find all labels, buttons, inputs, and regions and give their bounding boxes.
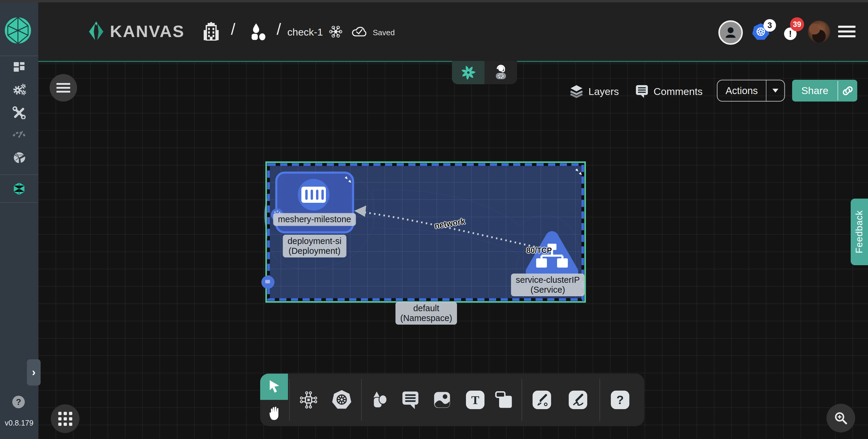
kubernetes-icon (331, 389, 352, 410)
design-canvas[interactable]: meshery-milestone deployment-si (Deploym… (38, 61, 868, 439)
pencil-icon (569, 390, 587, 409)
actions-button[interactable]: Actions (717, 80, 785, 101)
pan-tool[interactable] (260, 400, 288, 426)
design-icon[interactable] (328, 24, 343, 39)
service-kind-label: service-clusterIP (Service) (511, 274, 585, 296)
breadcrumb-separator: / (277, 20, 281, 38)
tools-icon (12, 105, 26, 119)
hamburger-icon (838, 26, 856, 28)
user-avatar[interactable] (808, 21, 830, 43)
canvas-menu-button[interactable] (50, 74, 77, 101)
collaborator-bar (452, 61, 517, 84)
toolbar-separator (289, 379, 290, 421)
pen-arrow-tool[interactable] (533, 390, 551, 409)
save-status: Saved (373, 28, 395, 37)
collaborator-meshery-bot[interactable] (452, 61, 485, 84)
zoom-in-icon (833, 410, 849, 427)
gauge-icon (12, 127, 27, 138)
menu-icon (57, 81, 70, 95)
dashboard-icon (12, 60, 26, 74)
share-button[interactable]: Share (792, 80, 857, 101)
organization-icon[interactable] (202, 22, 220, 41)
toolbar-separator (361, 379, 362, 421)
tools-dock: T (260, 374, 644, 426)
question-icon: ? (611, 390, 629, 409)
component-icon (299, 390, 318, 410)
image-icon (433, 390, 451, 409)
pencil-tool[interactable] (569, 390, 587, 409)
help-icon: ? (16, 397, 21, 407)
note-icon (495, 390, 514, 409)
toolbar-separator (522, 379, 522, 421)
comment-tool[interactable] (401, 390, 420, 409)
header-menu-button[interactable] (838, 26, 856, 37)
sidebar-item-kanvas-active[interactable] (0, 179, 38, 198)
share-label: Share (792, 80, 838, 101)
help-button[interactable]: ? (12, 396, 25, 408)
gears-icon (12, 83, 27, 96)
copy-link-button[interactable] (838, 80, 857, 101)
anonymous-user-avatar[interactable] (718, 20, 743, 45)
meshery-extensions-icon (12, 150, 26, 164)
headset-person-icon (493, 64, 509, 81)
snap-grid-button[interactable] (51, 404, 80, 433)
zoom-button[interactable] (827, 404, 855, 432)
pen-arrow-icon (533, 390, 551, 409)
layers-icon (569, 84, 584, 99)
breadcrumb-separator: / (231, 20, 236, 38)
chevron-down-icon (772, 89, 778, 93)
cursor-icon (267, 379, 282, 394)
select-tool[interactable] (260, 374, 288, 400)
sidebar-item-dashboard[interactable] (0, 57, 38, 76)
shapes-tool[interactable] (370, 389, 389, 410)
comments-icon (635, 84, 649, 99)
deployment-kind-label: deployment-si (Deployment) (283, 235, 346, 257)
comments-button[interactable]: Comments (635, 84, 703, 99)
spiral-icon (459, 64, 477, 82)
namespace-kind-label: default (Namespace) (396, 302, 457, 325)
sidebar-item-lifecycle[interactable] (0, 80, 38, 99)
brand-wordmark: KANVAS (110, 22, 185, 41)
notification-count-badge[interactable]: 39 (790, 17, 804, 31)
feedback-label: Feedback (854, 210, 865, 253)
text-tool[interactable]: T (466, 390, 485, 409)
actions-divider (766, 80, 767, 101)
sidebar-item-configuration[interactable] (0, 103, 38, 122)
app-header: KANVAS / / check-1 (38, 0, 868, 61)
layers-label: Layers (588, 86, 619, 97)
layers-button[interactable]: Layers (569, 84, 619, 99)
feedback-tab[interactable]: Feedback (851, 198, 868, 265)
component-tool[interactable] (299, 390, 318, 410)
shapes-icon (370, 389, 389, 410)
deployment-node-label: meshery-milestone (273, 213, 356, 226)
collaborator-support-agent[interactable] (485, 61, 517, 84)
comment-tool-icon (401, 390, 420, 409)
help-tool[interactable]: ? (611, 390, 629, 409)
note-tool[interactable] (495, 390, 514, 409)
link-icon (841, 84, 855, 98)
chevron-right-icon: › (32, 366, 35, 379)
kubernetes-tool[interactable] (331, 389, 352, 410)
sidebar-item-performance[interactable] (0, 123, 38, 142)
sidebar-item-extensions[interactable] (0, 148, 38, 167)
expand-sidebar-button[interactable]: › (27, 359, 41, 385)
meshery-logo[interactable] (4, 17, 32, 44)
breadcrumb-design-name[interactable]: check-1 (287, 26, 323, 38)
kubernetes-context-badge[interactable]: 3 (764, 19, 776, 32)
toolbar-separator (599, 379, 600, 421)
actions-label: Actions (717, 80, 766, 101)
window-edge (0, 0, 868, 2)
actions-caret-button[interactable] (767, 80, 784, 101)
cloud-saved-icon (351, 25, 368, 38)
left-rail: › ? v0.8.179 (0, 0, 38, 439)
kanvas-app: meshery-milestone deployment-si (Deploym… (0, 0, 868, 439)
version-label: v0.8.179 (5, 419, 33, 427)
service-port-label: 80/TCP (527, 246, 552, 255)
image-tool[interactable] (433, 390, 451, 409)
person-icon (724, 26, 737, 39)
workspace-icon[interactable] (249, 23, 266, 41)
comments-label: Comments (654, 86, 703, 97)
grid-dots-icon (58, 412, 72, 426)
text-icon: T (466, 390, 485, 409)
kanvas-logo-icon (86, 22, 106, 42)
